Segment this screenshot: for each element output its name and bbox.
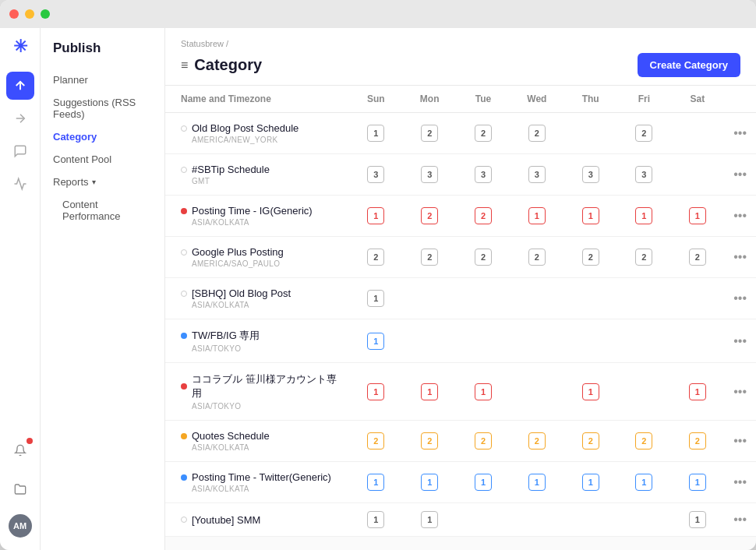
more-options-icon[interactable]: ••• (733, 334, 747, 347)
day-badge[interactable]: 1 (582, 207, 599, 224)
more-options-icon[interactable]: ••• (733, 385, 747, 398)
day-badge[interactable]: 1 (421, 511, 438, 528)
day-badge[interactable]: 2 (367, 432, 384, 450)
day-badge[interactable]: 2 (475, 249, 492, 266)
day-badge[interactable]: 3 (635, 166, 652, 183)
day-badge[interactable]: 2 (367, 249, 384, 266)
day-badge[interactable]: 2 (475, 432, 492, 450)
day-badge[interactable]: 1 (367, 290, 384, 307)
day-badge[interactable]: 1 (367, 207, 384, 224)
sidebar-item-reports[interactable]: Reports ▾ (41, 171, 164, 193)
day-badge[interactable]: 2 (689, 432, 706, 450)
sidebar-item-content-pool[interactable]: Content Pool (41, 148, 164, 171)
user-avatar[interactable]: AM (9, 514, 32, 538)
day-badge[interactable]: 2 (582, 249, 599, 266)
day-badge[interactable]: 3 (475, 166, 492, 183)
sidebar-item-suggestions[interactable]: Suggestions (RSS Feeds) (41, 91, 164, 125)
day-badge[interactable]: 1 (635, 474, 652, 491)
close-dot[interactable] (9, 9, 19, 19)
day-badge[interactable]: 1 (367, 125, 384, 142)
day-badge[interactable]: 1 (582, 474, 599, 491)
day-badge[interactable]: 2 (635, 432, 652, 450)
maximize-dot[interactable] (41, 9, 50, 19)
sidebar-item-content-performance[interactable]: Content Performance (41, 193, 164, 227)
row-action-menu[interactable]: ••• (724, 503, 756, 537)
day-badge[interactable]: 1 (689, 474, 706, 491)
create-category-button[interactable]: Create Category (638, 53, 740, 77)
row-action-menu[interactable]: ••• (724, 113, 756, 154)
col-thu: Thu (563, 86, 617, 113)
day-cell-mon (403, 319, 457, 363)
day-badge[interactable]: 3 (367, 166, 384, 183)
day-badge[interactable]: 1 (635, 207, 652, 224)
day-badge[interactable]: 3 (528, 166, 546, 183)
day-badge[interactable]: 1 (367, 511, 384, 528)
minimize-dot[interactable] (25, 9, 34, 19)
more-options-icon[interactable]: ••• (733, 513, 747, 526)
table-row: [SBHQ] Old Blog Post ASIA/KOLKATA 1••• (165, 278, 756, 319)
more-options-icon[interactable]: ••• (733, 250, 747, 263)
day-badge[interactable]: 2 (582, 432, 599, 450)
suggestions-nav-icon[interactable] (6, 104, 34, 132)
sidebar-item-planner[interactable]: Planner (41, 69, 164, 91)
day-cell-thu: 2 (563, 421, 617, 462)
day-badge[interactable]: 2 (421, 207, 438, 224)
publish-nav-icon[interactable] (6, 72, 34, 100)
day-badge[interactable]: 2 (528, 432, 546, 450)
comments-nav-icon[interactable] (6, 137, 34, 165)
more-options-icon[interactable]: ••• (733, 291, 747, 305)
day-badge[interactable]: 2 (475, 207, 492, 224)
day-badge[interactable]: 1 (421, 474, 438, 491)
day-badge[interactable]: 2 (528, 125, 546, 142)
day-badge[interactable]: 1 (528, 474, 546, 491)
row-action-menu[interactable]: ••• (724, 196, 756, 237)
row-action-menu[interactable]: ••• (724, 154, 756, 196)
more-options-icon[interactable]: ••• (733, 475, 747, 488)
day-badge[interactable]: 1 (367, 383, 384, 400)
row-action-menu[interactable]: ••• (724, 421, 756, 462)
day-badge[interactable]: 1 (421, 383, 438, 400)
row-action-menu[interactable]: ••• (724, 278, 756, 319)
day-badge[interactable]: 1 (689, 383, 706, 400)
day-badge[interactable]: 1 (689, 207, 706, 224)
day-badge[interactable]: 2 (475, 125, 492, 142)
row-action-menu[interactable]: ••• (724, 462, 756, 503)
day-badge[interactable]: 1 (582, 383, 599, 400)
sidebar-item-category[interactable]: Category (41, 125, 164, 148)
row-action-menu[interactable]: ••• (724, 237, 756, 278)
day-cell-sun: 1 (349, 319, 403, 363)
day-badge[interactable]: 3 (582, 166, 599, 183)
more-options-icon[interactable]: ••• (733, 209, 747, 222)
day-badge[interactable]: 1 (689, 511, 706, 528)
day-badge[interactable]: 2 (421, 249, 438, 266)
row-action-menu[interactable]: ••• (724, 319, 756, 363)
day-badge[interactable]: 1 (367, 333, 384, 350)
status-dot (181, 383, 187, 390)
status-dot (181, 249, 187, 256)
planner-label: Planner (53, 74, 88, 86)
day-badge[interactable]: 1 (528, 207, 546, 224)
notification-rail-icon[interactable] (6, 436, 34, 464)
day-badge[interactable]: 2 (421, 125, 438, 142)
row-action-menu[interactable]: ••• (724, 363, 756, 421)
more-options-icon[interactable]: ••• (733, 126, 747, 139)
more-options-icon[interactable]: ••• (733, 434, 747, 447)
day-badge[interactable]: 3 (421, 166, 438, 183)
folder-rail-icon[interactable] (6, 475, 34, 503)
day-badge[interactable]: 1 (475, 474, 492, 491)
day-badge[interactable]: 2 (635, 125, 652, 142)
day-badge[interactable]: 2 (689, 249, 706, 266)
day-cell-fri (617, 278, 670, 319)
analytics-nav-icon[interactable] (6, 170, 34, 198)
day-badge[interactable]: 1 (367, 474, 384, 491)
day-cell-sun: 2 (349, 237, 403, 278)
more-options-icon[interactable]: ••• (733, 167, 747, 181)
day-badge[interactable]: 2 (528, 249, 546, 266)
day-badge[interactable]: 1 (475, 383, 492, 400)
status-dot (181, 167, 187, 173)
breadcrumb: Statusbrew / (181, 39, 740, 48)
table-row: [Youtube] SMM 111••• (165, 503, 756, 537)
day-badge[interactable]: 2 (635, 249, 652, 266)
main-header: Statusbrew / ≡ Category Create Category (165, 28, 756, 86)
day-badge[interactable]: 2 (421, 432, 438, 450)
